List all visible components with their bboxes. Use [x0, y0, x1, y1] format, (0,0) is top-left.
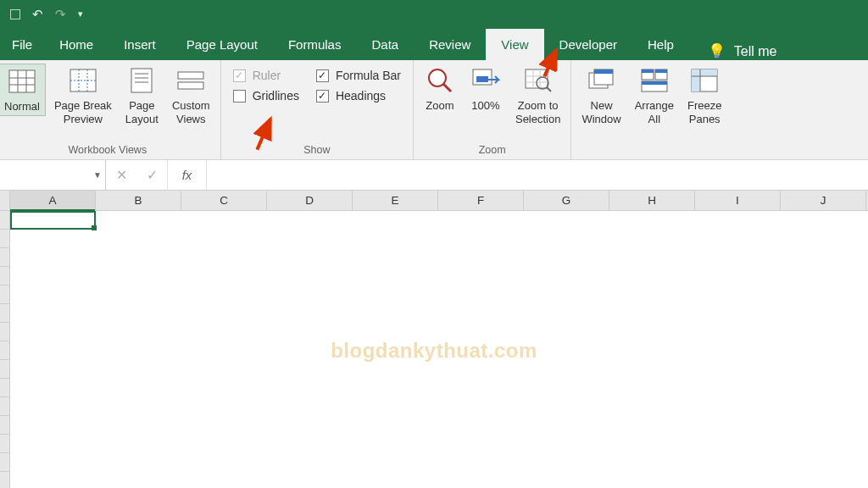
formula-bar-label: Formula Bar — [336, 69, 401, 82]
row-header[interactable] — [0, 211, 9, 230]
cancel-icon[interactable]: ✕ — [106, 160, 136, 191]
column-header-d[interactable]: D — [267, 191, 353, 210]
svg-rect-32 — [655, 69, 667, 73]
svg-rect-9 — [131, 69, 152, 92]
redo-icon[interactable]: ↷ — [55, 7, 66, 22]
column-header-c[interactable]: C — [181, 191, 267, 210]
tab-file[interactable]: File — [0, 29, 44, 60]
row-header[interactable] — [0, 323, 9, 341]
row-header[interactable] — [0, 304, 9, 323]
gridlines-label: Gridlines — [253, 89, 299, 103]
freeze-panes-label: Freeze Panes — [687, 99, 721, 127]
window-control-icon[interactable] — [10, 9, 20, 19]
tab-view[interactable]: View — [486, 29, 543, 60]
enter-icon[interactable]: ✓ — [136, 160, 167, 191]
ruler-label: Ruler — [253, 69, 281, 82]
column-header-a[interactable]: A — [10, 191, 96, 210]
page-break-icon — [68, 65, 98, 96]
page-layout-button[interactable]: Page Layout — [120, 64, 164, 129]
custom-views-button[interactable]: Custom Views — [167, 64, 215, 129]
page-break-label: Page Break Preview — [54, 99, 112, 127]
row-header[interactable] — [0, 341, 9, 360]
tab-help[interactable]: Help — [632, 29, 689, 60]
freeze-panes-icon — [689, 65, 720, 96]
fx-label[interactable]: fx — [168, 160, 207, 190]
normal-view-button[interactable]: Normal — [0, 64, 46, 116]
chevron-down-icon[interactable]: ▼ — [93, 170, 102, 180]
column-header-j[interactable]: J — [781, 191, 866, 210]
svg-rect-30 — [642, 69, 654, 73]
svg-rect-0 — [9, 70, 35, 92]
formula-bar-row: ▼ ✕ ✓ fx — [0, 160, 868, 191]
gridlines-checkbox[interactable]: Gridlines — [233, 89, 299, 103]
undo-icon[interactable]: ↶ — [32, 7, 43, 22]
svg-rect-28 — [594, 69, 613, 74]
tab-home[interactable]: Home — [44, 29, 108, 60]
headings-checkbox[interactable]: ✓ Headings — [316, 89, 401, 103]
lightbulb-icon: 💡 — [708, 42, 726, 60]
qat-customize-icon[interactable]: ▾ — [78, 8, 83, 19]
watermark-text: blogdankythuat.com — [331, 339, 537, 363]
tab-formulas[interactable]: Formulas — [273, 29, 357, 60]
freeze-panes-button[interactable]: Freeze Panes — [682, 64, 726, 129]
formula-input[interactable] — [207, 160, 868, 190]
zoom-100-icon — [470, 65, 501, 96]
zoom-icon — [425, 65, 455, 96]
group-zoom-label: Zoom — [419, 144, 565, 158]
name-box-input[interactable] — [3, 169, 102, 182]
tab-data[interactable]: Data — [356, 29, 414, 60]
svg-line-16 — [443, 84, 451, 92]
formula-bar-checkbox[interactable]: ✓ Formula Bar — [316, 69, 401, 82]
tell-me-label: Tell me — [734, 44, 777, 59]
tab-insert[interactable]: Insert — [108, 29, 171, 60]
column-header-g[interactable]: G — [524, 191, 609, 210]
checkbox-icon: ✓ — [316, 90, 329, 103]
quick-access-toolbar: ↶ ↷ ▾ — [32, 7, 83, 22]
row-header[interactable] — [0, 453, 9, 472]
tab-review[interactable]: Review — [414, 29, 486, 60]
new-window-button[interactable]: New Window — [576, 64, 626, 129]
column-header-i[interactable]: I — [695, 191, 781, 210]
svg-rect-34 — [642, 81, 667, 85]
new-window-icon — [587, 65, 617, 96]
arrange-all-button[interactable]: Arrange All — [630, 64, 679, 129]
group-window: New Window Arrange All Freeze Panes — [571, 60, 732, 159]
ribbon-tabstrip: File Home Insert Page Layout Formulas Da… — [0, 28, 868, 60]
normal-view-icon — [7, 66, 37, 97]
checkbox-icon — [233, 90, 246, 103]
tab-page-layout[interactable]: Page Layout — [171, 29, 273, 60]
formula-bar-icons: ✕ ✓ — [106, 160, 168, 191]
active-cell[interactable] — [10, 211, 96, 230]
row-header[interactable] — [0, 248, 9, 267]
ribbon: Normal Page Break Preview Page Layout Cu… — [0, 60, 868, 160]
row-header[interactable] — [0, 286, 9, 304]
column-header-h[interactable]: H — [609, 191, 695, 210]
column-header-f[interactable]: F — [438, 191, 524, 210]
svg-rect-13 — [178, 72, 203, 79]
svg-rect-37 — [692, 69, 717, 76]
row-headers — [0, 211, 10, 488]
row-header[interactable] — [0, 360, 9, 379]
page-break-preview-button[interactable]: Page Break Preview — [49, 64, 117, 129]
checkbox-icon: ✓ — [316, 69, 329, 82]
row-header[interactable] — [0, 397, 9, 416]
row-header[interactable] — [0, 230, 9, 248]
row-header[interactable] — [0, 267, 9, 286]
formula-input-wrap — [207, 160, 868, 190]
row-header[interactable] — [0, 435, 9, 453]
tell-me[interactable]: 💡 Tell me — [708, 42, 777, 60]
row-header[interactable] — [0, 379, 9, 397]
checkbox-icon: ✓ — [233, 69, 246, 82]
row-header[interactable] — [0, 416, 9, 435]
zoom-100-button[interactable]: 100% — [465, 64, 507, 114]
group-workbook-views-label: Workbook Views — [0, 144, 215, 158]
name-box[interactable]: ▼ — [0, 160, 106, 190]
zoom-button[interactable]: Zoom — [419, 64, 461, 114]
svg-line-25 — [547, 87, 551, 92]
column-header-e[interactable]: E — [353, 191, 438, 210]
custom-views-icon — [175, 65, 206, 96]
zoom-to-selection-label: Zoom to Selection — [515, 99, 560, 127]
column-header-b[interactable]: B — [96, 191, 181, 210]
select-all-corner[interactable] — [0, 191, 10, 210]
normal-view-label: Normal — [4, 100, 40, 114]
